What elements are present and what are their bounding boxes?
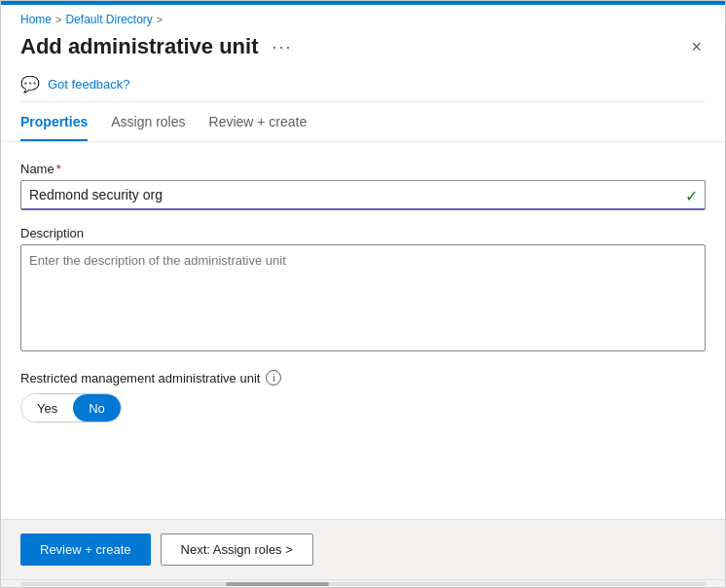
toggle-label-row: Restricted management administrative uni…	[20, 370, 706, 386]
header-title-group: Add administrative unit ···	[20, 34, 297, 59]
close-button[interactable]: ×	[687, 34, 706, 59]
name-label: Name *	[20, 162, 706, 176]
modal-container: Home > Default Directory > Add administr…	[0, 0, 726, 588]
toggle-yes-option[interactable]: Yes	[21, 394, 73, 422]
tab-review-create[interactable]: Review + create	[209, 114, 308, 141]
toggle-group: Yes No	[20, 393, 122, 423]
name-input[interactable]	[20, 180, 706, 210]
toggle-no-option[interactable]: No	[73, 394, 121, 422]
tabs-row: Properties Assign roles Review + create	[1, 102, 725, 142]
toggle-label-text: Restricted management administrative uni…	[20, 371, 260, 386]
restricted-management-section: Restricted management administrative uni…	[20, 370, 706, 423]
info-icon[interactable]: i	[266, 370, 281, 386]
scrollbar-track	[20, 582, 706, 586]
review-create-button[interactable]: Review + create	[20, 533, 151, 566]
breadcrumb-sep2: >	[157, 14, 163, 25]
page-title: Add administrative unit	[20, 34, 258, 59]
description-form-group: Description	[20, 226, 706, 354]
next-assign-roles-button[interactable]: Next: Assign roles >	[161, 533, 313, 566]
name-input-wrapper: ✓	[20, 180, 706, 210]
footer-bar: Review + create Next: Assign roles >	[1, 519, 725, 579]
form-area: Name * ✓ Description Restricted manageme…	[1, 142, 725, 519]
scrollbar-thumb[interactable]	[226, 582, 329, 586]
feedback-label: Got feedback?	[48, 77, 130, 92]
breadcrumb: Home > Default Directory >	[1, 5, 725, 30]
description-label: Description	[20, 226, 706, 240]
header-row: Add administrative unit ··· ×	[1, 30, 725, 67]
breadcrumb-sep1: >	[55, 14, 61, 25]
breadcrumb-directory[interactable]: Default Directory	[65, 13, 152, 26]
scrollbar-row	[1, 579, 725, 587]
tab-assign-roles[interactable]: Assign roles	[111, 114, 185, 141]
name-form-group: Name * ✓	[20, 162, 706, 210]
name-required-star: *	[56, 162, 61, 176]
more-options-button[interactable]: ···	[268, 35, 296, 59]
breadcrumb-home[interactable]: Home	[20, 13, 52, 26]
tab-properties[interactable]: Properties	[20, 114, 88, 141]
feedback-row[interactable]: 💬 Got feedback?	[1, 67, 725, 101]
description-textarea[interactable]	[20, 244, 706, 351]
feedback-icon: 💬	[20, 75, 40, 93]
check-icon: ✓	[685, 186, 698, 204]
